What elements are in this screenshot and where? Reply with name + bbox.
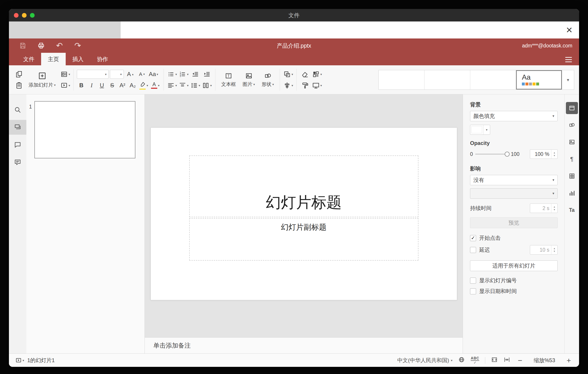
arrange-shapes-button[interactable]: ▾	[283, 69, 293, 79]
numbered-list-button[interactable]: 123 ▾	[178, 69, 189, 79]
increase-indent-button[interactable]	[202, 69, 212, 79]
fit-width-icon	[504, 356, 510, 363]
fit-slide-button[interactable]	[491, 356, 498, 364]
slide-canvas[interactable]: 幻灯片标题 幻灯片副标题	[145, 94, 463, 337]
italic-button[interactable]: I	[87, 80, 96, 90]
table-settings-tab[interactable]	[566, 170, 578, 182]
language-selector[interactable]: 中文(中华人民共和国) ▾	[397, 357, 452, 364]
clear-style-button[interactable]	[300, 69, 310, 79]
slide-settings-tab[interactable]	[566, 102, 578, 114]
main-area: 1 幻灯片标题 幻灯片副标题 单击添加备注 背景 颜色填充▾	[9, 94, 579, 353]
spellcheck-button[interactable]: ABC ✓	[471, 356, 479, 364]
bold-button[interactable]: B	[77, 80, 86, 90]
close-icon[interactable]: ×	[566, 25, 572, 35]
app-window: 文件 × ↶ ↷ 产品介绍.pptx adm**	[9, 9, 579, 367]
fill-color-picker[interactable]: ▾	[470, 125, 490, 135]
tab-insert[interactable]: 插入	[66, 53, 90, 65]
opacity-input[interactable]: 100 % ▴▾	[530, 149, 558, 159]
minimize-traffic-light[interactable]	[22, 13, 27, 18]
columns-button[interactable]: ▾	[202, 80, 212, 90]
effect-select[interactable]: 没有▾	[470, 175, 558, 185]
image-settings-tab[interactable]	[566, 136, 578, 148]
slide-thumbnail[interactable]	[34, 101, 135, 158]
chart-icon	[568, 190, 575, 196]
paste-button[interactable]	[14, 80, 24, 90]
highlight-color-button[interactable]: ▾	[138, 80, 149, 90]
subscript-button[interactable]: A₂	[128, 80, 137, 90]
font-size-select[interactable]: ▾	[110, 70, 124, 79]
paragraph-settings-tab[interactable]: ¶	[566, 153, 578, 165]
color-scheme-button[interactable]: ▾	[312, 69, 322, 79]
chat-button[interactable]	[9, 155, 26, 170]
chevron-down-icon: ▾	[157, 73, 158, 76]
save-button[interactable]	[19, 42, 27, 50]
search-button[interactable]	[9, 102, 26, 117]
tab-collaboration[interactable]: 协作	[90, 53, 115, 65]
fit-width-button[interactable]	[504, 356, 510, 364]
insert-image-button[interactable]: 图片▾	[240, 72, 258, 88]
comments-button[interactable]	[9, 137, 26, 152]
undo-button[interactable]: ↶	[55, 42, 63, 50]
slide-size-button[interactable]: ▾	[312, 80, 322, 90]
theme-option-2[interactable]	[424, 70, 470, 89]
background-fill-select[interactable]: 颜色填充▾	[470, 111, 558, 121]
font-name-select[interactable]: ▾	[77, 70, 109, 79]
redo-button[interactable]: ↷	[74, 42, 82, 50]
duration-label: 持续时间	[470, 205, 492, 212]
zoom-out-button[interactable]: −	[516, 357, 524, 364]
align-left-icon	[167, 82, 175, 89]
close-traffic-light[interactable]	[14, 13, 19, 18]
set-language-button[interactable]	[458, 356, 465, 364]
add-slide-button[interactable]: 添加幻灯片▾	[26, 67, 58, 92]
line-spacing-button[interactable]: ▾	[190, 80, 200, 90]
textart-settings-tab[interactable]: Ta	[566, 204, 578, 216]
theme-option-4-selected[interactable]: Aa	[516, 70, 562, 89]
underline-button[interactable]: U	[97, 80, 106, 90]
font-color-button[interactable]: A ▾	[150, 80, 160, 90]
tab-file[interactable]: 文件	[17, 53, 41, 65]
print-button[interactable]	[37, 42, 45, 50]
copy-style-button[interactable]	[300, 80, 310, 90]
shape-settings-tab[interactable]	[566, 119, 578, 131]
spinner-arrows[interactable]: ▴▾	[551, 150, 557, 159]
image-label: 图片	[243, 81, 252, 88]
theme-gallery-expand-button[interactable]: ▾	[562, 70, 574, 89]
statusbar-left: ▾ 1的幻灯片1	[15, 356, 55, 364]
bullet-list-button[interactable]: ▾	[167, 69, 177, 79]
slide-layout-button[interactable]: ▾	[60, 69, 70, 79]
show-slide-number-checkbox[interactable]: ✓	[470, 278, 476, 284]
zoom-in-button[interactable]: +	[565, 357, 573, 364]
slides-panel-button[interactable]	[9, 120, 26, 135]
increase-font-button[interactable]: A▴	[125, 69, 135, 79]
chart-settings-tab[interactable]	[566, 187, 578, 199]
strikethrough-button[interactable]: S	[108, 80, 117, 90]
slider-knob[interactable]	[505, 152, 510, 157]
chevron-down-icon: ▾	[320, 84, 322, 87]
horizontal-align-button[interactable]: ▾	[167, 80, 177, 90]
menu-hamburger-icon[interactable]	[565, 57, 572, 62]
slide-1[interactable]: 幻灯片标题 幻灯片副标题	[151, 128, 457, 300]
start-slideshow-statusbar-button[interactable]: ▾	[15, 356, 24, 364]
vertical-align-button[interactable]: ▾	[178, 80, 189, 90]
theme-option-3[interactable]	[470, 70, 516, 89]
notes-input[interactable]: 单击添加备注	[145, 337, 463, 353]
fullscreen-traffic-light[interactable]	[30, 13, 35, 18]
show-date-time-checkbox[interactable]: ✓	[470, 288, 476, 294]
start-slideshow-button[interactable]: ▾	[60, 80, 70, 90]
opacity-slider[interactable]	[475, 154, 509, 154]
tab-home[interactable]: 主页	[41, 53, 66, 65]
theme-option-1[interactable]	[379, 70, 424, 89]
apply-to-all-button[interactable]: 适用于所有幻灯片	[470, 260, 558, 271]
change-case-button[interactable]: Aa▾	[148, 69, 159, 79]
decrease-indent-button[interactable]	[190, 69, 200, 79]
text-box-button[interactable]: T 文本框	[219, 72, 239, 88]
align-shapes-button[interactable]: ▾	[283, 80, 293, 90]
start-on-click-checkbox[interactable]: ✓	[470, 235, 476, 241]
copy-button[interactable]	[14, 69, 24, 79]
decrease-font-button[interactable]: A▾	[137, 69, 147, 79]
slide-title-placeholder[interactable]: 幻灯片标题	[189, 155, 419, 217]
insert-shape-button[interactable]: 形状▾	[259, 72, 277, 88]
superscript-button[interactable]: A²	[118, 80, 127, 90]
delay-checkbox[interactable]: ✓	[470, 247, 476, 253]
slide-subtitle-placeholder[interactable]: 幻灯片副标题	[189, 218, 419, 261]
